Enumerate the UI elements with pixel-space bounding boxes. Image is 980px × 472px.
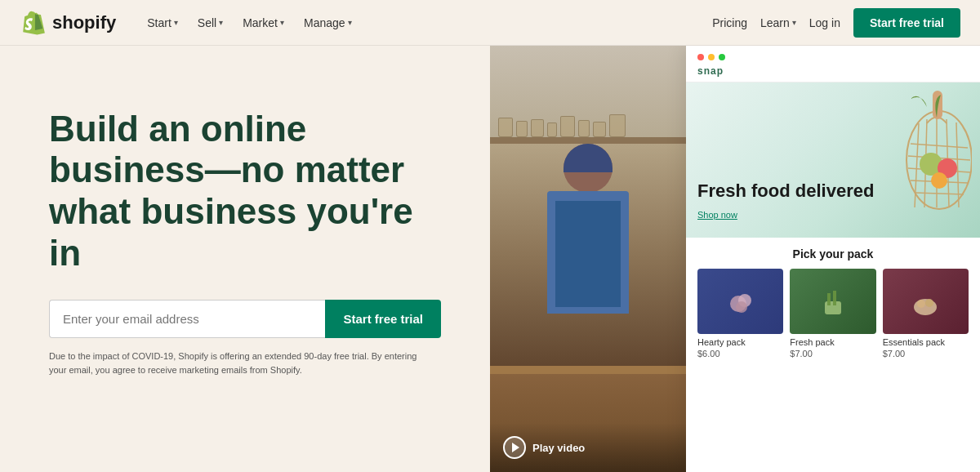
logo-text: shopify [52, 12, 116, 33]
browser-dots [697, 54, 969, 60]
fresh-food-title: Fresh food delivered [697, 180, 874, 202]
jar [531, 119, 544, 137]
svg-line-1 [911, 144, 968, 148]
navbar-start-trial-button[interactable]: Start free trial [853, 8, 960, 38]
nav-market[interactable]: Market ▾ [234, 11, 292, 34]
disclaimer-text: Due to the impact of COVID-19, Shopify i… [49, 350, 425, 376]
store-preview-panel: snap [686, 46, 980, 472]
pack-name-essentials: Essentials pack [883, 337, 969, 347]
video-overlay: Play video [490, 423, 686, 472]
svg-point-17 [736, 301, 747, 313]
hero-start-trial-button[interactable]: Start free trial [325, 300, 441, 338]
pack-price-fresh: $7.00 [790, 349, 875, 358]
svg-point-23 [925, 299, 933, 307]
nav-sell[interactable]: Sell ▾ [189, 11, 231, 34]
nav-start[interactable]: Start ▾ [139, 11, 186, 34]
shop-now-link[interactable]: Shop now [697, 210, 737, 220]
svg-point-22 [917, 300, 925, 308]
hearty-pack-icon [720, 281, 761, 322]
browser-dot-green [719, 54, 725, 60]
browser-dot-yellow [708, 54, 715, 60]
svg-line-5 [915, 193, 964, 194]
shelf-area [490, 46, 686, 144]
essentials-pack-icon [905, 281, 946, 322]
hero-section: Build an online business—no matter what … [0, 46, 490, 472]
nav-learn[interactable]: Learn ▾ [760, 16, 796, 29]
nav-login[interactable]: Log in [809, 16, 840, 29]
pack-item-hearty: Hearty pack $6.00 [697, 269, 783, 358]
jars-decoration [498, 114, 678, 137]
apron [555, 201, 621, 307]
nav-manage[interactable]: Manage ▾ [296, 11, 360, 34]
panel-header: snap [686, 46, 980, 82]
store-logo-area: snap [697, 65, 969, 77]
pack-name-fresh: Fresh pack [790, 337, 875, 347]
shelf-line [490, 137, 686, 144]
svg-point-21 [914, 299, 937, 315]
email-input[interactable] [49, 300, 325, 338]
shopify-logo-icon [20, 10, 46, 36]
navbar-right: Pricing Learn ▾ Log in Start free trial [712, 8, 960, 38]
browser-dot-red [697, 54, 704, 60]
pack-image-essentials [883, 269, 969, 334]
play-circle-icon [503, 436, 526, 459]
kitchen-scene [490, 46, 686, 472]
store-hero-banner: Fresh food delivered Shop now [686, 82, 980, 238]
chevron-down-icon: ▾ [348, 18, 352, 27]
pack-price-essentials: $7.00 [883, 349, 969, 358]
chevron-down-icon: ▾ [174, 18, 178, 27]
hero-image-area: snap [490, 46, 980, 472]
svg-rect-19 [827, 293, 831, 305]
pack-image-hearty [697, 269, 783, 334]
chevron-down-icon: ▾ [792, 18, 796, 27]
pick-pack-title: Pick your pack [697, 247, 969, 260]
pack-name-hearty: Hearty pack [697, 337, 783, 347]
hero-title: Build an online business—no matter what … [49, 109, 441, 274]
main-content: Build an online business—no matter what … [0, 46, 980, 472]
fresh-pack-icon [813, 281, 853, 322]
nav-pricing[interactable]: Pricing [712, 16, 747, 29]
pack-items-list: Hearty pack $6.00 Fresh pack [697, 269, 969, 358]
jar [593, 122, 606, 137]
play-triangle-icon [512, 443, 519, 452]
jar [560, 116, 575, 137]
store-logo-text: snap [697, 65, 724, 77]
navbar-left: shopify Start ▾ Sell ▾ Market ▾ Manage ▾ [20, 10, 360, 36]
jar [498, 118, 513, 137]
nav-links: Start ▾ Sell ▾ Market ▾ Manage ▾ [139, 11, 359, 34]
jar [578, 120, 590, 137]
pack-item-essentials: Essentials pack $7.00 [883, 269, 969, 358]
headwrap [564, 144, 612, 172]
pack-image-fresh [790, 269, 875, 334]
svg-rect-20 [833, 291, 836, 305]
navbar: shopify Start ▾ Sell ▾ Market ▾ Manage ▾… [0, 0, 980, 46]
cta-row: Start free trial [49, 300, 441, 338]
chevron-down-icon: ▾ [219, 18, 223, 27]
table-edge [490, 366, 686, 374]
chevron-down-icon: ▾ [280, 18, 284, 27]
play-video-button[interactable]: Play video [503, 436, 585, 459]
pack-price-hearty: $6.00 [697, 349, 783, 358]
pack-item-fresh: Fresh pack $7.00 [790, 269, 875, 358]
pick-pack-section: Pick your pack Hearty pack $6.00 [686, 238, 980, 367]
jar [547, 122, 557, 137]
svg-point-14 [931, 172, 947, 189]
logo[interactable]: shopify [20, 10, 116, 36]
store-hero-text-block: Fresh food delivered Shop now [697, 180, 874, 221]
play-video-label: Play video [532, 442, 585, 454]
produce-bag-illustration [866, 87, 972, 217]
jar [609, 114, 626, 137]
jar [516, 121, 528, 137]
